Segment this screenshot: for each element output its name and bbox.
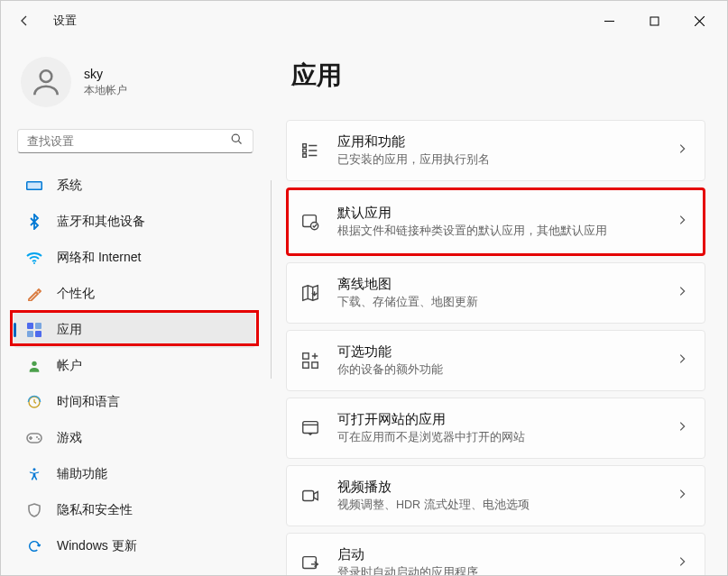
website-apps-icon <box>299 417 321 439</box>
back-button[interactable] <box>8 5 41 37</box>
card-subtitle: 登录时自动启动的应用程序 <box>337 565 659 575</box>
startup-icon <box>299 553 321 574</box>
settings-card-3[interactable]: 可选功能 你的设备的额外功能 <box>286 330 705 391</box>
chevron-right-icon <box>676 142 688 159</box>
system-icon <box>26 178 42 194</box>
card-text: 应用和功能 已安装的应用，应用执行别名 <box>337 133 659 168</box>
update-icon <box>26 538 42 554</box>
svg-rect-18 <box>303 154 307 158</box>
card-subtitle: 已安装的应用，应用执行别名 <box>337 152 659 168</box>
sidebar-item-label: Windows 更新 <box>57 538 137 554</box>
chevron-right-icon <box>676 285 688 301</box>
sidebar: sky 本地帐户 系统蓝牙和其他设备网络和 Internet个性化应用帐户时间和… <box>1 41 272 575</box>
chevron-right-icon <box>676 488 688 504</box>
card-text: 离线地图 下载、存储位置、地图更新 <box>337 276 659 310</box>
chevron-right-icon <box>676 352 688 369</box>
sidebar-item-2[interactable]: 网络和 Internet <box>14 240 255 276</box>
search-box[interactable] <box>17 129 253 153</box>
settings-card-5[interactable]: 视频播放 视频调整、HDR 流式处理、电池选项 <box>286 465 705 526</box>
avatar <box>21 57 71 107</box>
settings-card-0[interactable]: 应用和功能 已安装的应用，应用执行别名 <box>286 120 705 181</box>
chevron-right-icon <box>676 214 688 230</box>
svg-point-2 <box>232 134 239 142</box>
sidebar-item-3[interactable]: 个性化 <box>14 276 255 312</box>
svg-rect-4 <box>28 183 41 189</box>
sidebar-item-label: 隐私和安全性 <box>57 502 133 518</box>
sidebar-item-4[interactable]: 应用 <box>14 312 255 348</box>
settings-window: 设置 sky 本地帐户 <box>0 0 728 576</box>
svg-rect-21 <box>303 353 309 359</box>
close-icon <box>695 16 705 26</box>
card-subtitle: 下载、存储位置、地图更新 <box>337 295 659 310</box>
card-text: 启动 登录时自动启动的应用程序 <box>337 546 659 575</box>
optional-features-icon <box>299 350 321 371</box>
sidebar-item-label: 帐户 <box>57 358 82 374</box>
profile-text: sky 本地帐户 <box>84 67 127 98</box>
svg-rect-17 <box>303 149 307 152</box>
svg-rect-9 <box>35 331 41 337</box>
sidebar-item-9[interactable]: 隐私和安全性 <box>14 492 255 528</box>
card-title: 可打开网站的应用 <box>337 411 659 428</box>
settings-card-2[interactable]: 离线地图 下载、存储位置、地图更新 <box>286 262 705 324</box>
card-title: 可选功能 <box>337 343 659 361</box>
sidebar-item-label: 游戏 <box>57 430 82 446</box>
sidebar-item-1[interactable]: 蓝牙和其他设备 <box>14 204 255 240</box>
svg-point-5 <box>33 262 35 264</box>
profile-subtitle: 本地帐户 <box>84 83 127 98</box>
arrow-left-icon <box>17 14 32 28</box>
card-text: 可选功能 你的设备的额外功能 <box>337 343 659 378</box>
card-text: 视频播放 视频调整、HDR 流式处理、电池选项 <box>337 479 659 513</box>
settings-card-4[interactable]: 可打开网站的应用 可在应用而不是浏览器中打开的网站 <box>286 398 705 459</box>
sidebar-item-label: 时间和语言 <box>57 394 120 410</box>
svg-rect-8 <box>27 331 33 337</box>
svg-rect-0 <box>650 17 659 25</box>
card-title: 默认应用 <box>337 205 659 222</box>
window-title: 设置 <box>53 13 77 29</box>
time-icon <box>26 394 42 410</box>
content: 应用 应用和功能 已安装的应用，应用执行别名 默认应用 根据文件和链接种类设置的… <box>272 41 727 575</box>
search-icon <box>230 133 244 150</box>
sidebar-item-0[interactable]: 系统 <box>14 168 255 204</box>
profile-name: sky <box>84 67 127 81</box>
nav: 系统蓝牙和其他设备网络和 Internet个性化应用帐户时间和语言游戏辅助功能隐… <box>8 168 261 564</box>
svg-rect-22 <box>303 362 309 368</box>
cards: 应用和功能 已安装的应用，应用执行别名 默认应用 根据文件和链接种类设置的默认应… <box>286 120 705 575</box>
maximize-button[interactable] <box>633 7 675 34</box>
sidebar-item-label: 网络和 Internet <box>57 250 141 266</box>
privacy-icon <box>26 502 42 518</box>
settings-card-1[interactable]: 默认应用 根据文件和链接种类设置的默认应用，其他默认应用 <box>286 187 705 256</box>
svg-rect-7 <box>35 323 41 329</box>
profile[interactable]: sky 本地帐户 <box>8 51 261 120</box>
settings-card-6[interactable]: 启动 登录时自动启动的应用程序 <box>286 533 705 575</box>
personalize-icon <box>26 286 42 302</box>
search-input[interactable] <box>27 134 230 148</box>
sidebar-item-8[interactable]: 辅助功能 <box>14 456 255 492</box>
minimize-button[interactable] <box>588 7 630 34</box>
maximize-icon <box>650 16 659 26</box>
svg-rect-16 <box>303 144 307 148</box>
page-title: 应用 <box>291 59 705 93</box>
maps-icon <box>299 282 321 304</box>
accessibility-icon <box>26 466 42 482</box>
apps-features-icon <box>299 140 321 161</box>
wifi-icon <box>26 250 42 266</box>
sidebar-item-label: 个性化 <box>57 286 95 302</box>
chevron-right-icon <box>676 555 688 571</box>
svg-rect-6 <box>27 323 33 329</box>
sidebar-item-5[interactable]: 帐户 <box>14 348 255 384</box>
card-title: 启动 <box>337 546 659 563</box>
minimize-icon <box>604 16 614 26</box>
window-controls <box>588 7 720 34</box>
sidebar-item-7[interactable]: 游戏 <box>14 420 255 456</box>
svg-rect-25 <box>303 491 314 501</box>
chevron-right-icon <box>676 420 688 436</box>
sidebar-item-label: 辅助功能 <box>57 466 107 482</box>
sidebar-item-label: 应用 <box>57 322 82 338</box>
card-subtitle: 视频调整、HDR 流式处理、电池选项 <box>337 498 659 513</box>
sidebar-item-6[interactable]: 时间和语言 <box>14 384 255 420</box>
card-subtitle: 可在应用而不是浏览器中打开的网站 <box>337 430 659 445</box>
close-button[interactable] <box>678 7 720 34</box>
sidebar-item-10[interactable]: Windows 更新 <box>14 528 255 564</box>
card-text: 默认应用 根据文件和链接种类设置的默认应用，其他默认应用 <box>337 205 659 239</box>
card-title: 视频播放 <box>337 479 659 496</box>
